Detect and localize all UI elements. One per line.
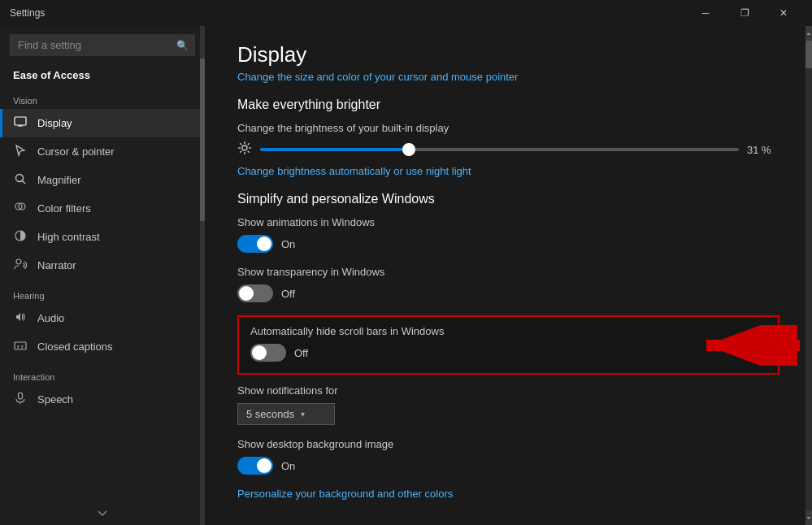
search-icon: 🔍 bbox=[176, 40, 189, 51]
sidebar-item-magnifier-label: Magnifier bbox=[37, 174, 80, 186]
search-input[interactable] bbox=[10, 34, 195, 56]
animations-setting: Show animations in Windows On bbox=[237, 216, 779, 253]
desktopbg-setting: Show desktop background image On bbox=[237, 438, 779, 475]
brightness-low-icon bbox=[237, 141, 252, 158]
speech-icon bbox=[13, 392, 28, 407]
transparency-toggle-row: Off bbox=[237, 284, 779, 302]
svg-line-16 bbox=[248, 151, 250, 153]
sidebar-item-colorfilters[interactable]: Color filters bbox=[0, 194, 205, 223]
cursor-icon bbox=[13, 144, 28, 159]
desktopbg-toggle-row: On bbox=[237, 457, 779, 475]
animations-toggle[interactable] bbox=[237, 235, 273, 253]
colorfilters-icon bbox=[13, 201, 28, 216]
sidebar-item-audio-label: Audio bbox=[37, 312, 64, 324]
scrollbars-toggle-thumb bbox=[252, 345, 267, 360]
transparency-toggle-thumb bbox=[239, 286, 254, 301]
brightness-slider[interactable] bbox=[260, 148, 739, 151]
highcontrast-icon bbox=[13, 229, 28, 245]
desktopbg-toggle-thumb bbox=[257, 458, 271, 473]
slider-fill bbox=[260, 148, 409, 151]
sidebar-item-narrator-label: Narrator bbox=[37, 259, 76, 271]
sidebar-item-speech-label: Speech bbox=[37, 393, 73, 406]
personalize-link[interactable]: Personalize your background and other co… bbox=[237, 488, 779, 500]
svg-line-18 bbox=[240, 151, 241, 153]
search-container: 🔍 bbox=[10, 34, 195, 56]
interaction-group-label: Interaction bbox=[0, 361, 205, 385]
svg-rect-7 bbox=[15, 342, 26, 349]
notifications-label: Show notifications for bbox=[237, 384, 779, 397]
hearing-group-label: Hearing bbox=[0, 280, 205, 304]
audio-icon bbox=[13, 310, 28, 326]
magnifier-icon bbox=[13, 172, 28, 188]
transparency-toggle[interactable] bbox=[237, 284, 273, 302]
close-button[interactable]: ✕ bbox=[765, 0, 802, 26]
scrollbars-toggle[interactable] bbox=[250, 344, 286, 362]
sidebar-item-closedcaptions[interactable]: Closed captions bbox=[0, 332, 205, 361]
ease-of-access-label: Ease of Access bbox=[0, 64, 205, 89]
sidebar-item-narrator[interactable]: Narrator bbox=[0, 251, 205, 280]
svg-line-17 bbox=[248, 143, 250, 145]
sidebar-item-cursor-label: Cursor & pointer bbox=[37, 145, 115, 158]
animations-toggle-row: On bbox=[237, 235, 779, 253]
scrollbars-toggle-row: Off bbox=[250, 344, 766, 362]
dropdown-value: 5 seconds bbox=[246, 408, 294, 420]
brightness-row-container: Change the brightness of your built-in d… bbox=[237, 122, 779, 177]
animations-label: Show animations in Windows bbox=[237, 216, 779, 228]
sidebar-item-colorfilters-label: Color filters bbox=[37, 202, 91, 215]
svg-rect-0 bbox=[15, 117, 26, 125]
top-link[interactable]: Change the size and color of your cursor… bbox=[237, 71, 779, 83]
scrollbar-up-arrow[interactable] bbox=[805, 26, 812, 41]
scrollbars-setting-container: Automatically hide scroll bars in Window… bbox=[237, 315, 779, 378]
sidebar: 🔍 Ease of Access Vision Display Cursor &… bbox=[0, 26, 205, 525]
svg-point-10 bbox=[242, 145, 247, 150]
animations-toggle-label: On bbox=[281, 238, 295, 250]
transparency-toggle-label: Off bbox=[281, 288, 295, 300]
brightness-slider-row: 31 % bbox=[237, 141, 779, 158]
svg-line-2 bbox=[23, 181, 26, 184]
notifications-setting: Show notifications for 5 seconds ▾ bbox=[237, 384, 779, 425]
display-icon bbox=[13, 115, 28, 131]
sidebar-item-highcontrast[interactable]: High contrast bbox=[0, 223, 205, 251]
title-bar: Settings ─ ❐ ✕ bbox=[0, 0, 812, 26]
scrollbars-toggle-label: Off bbox=[294, 347, 308, 359]
desktopbg-toggle-label: On bbox=[281, 460, 295, 472]
svg-line-15 bbox=[240, 143, 241, 145]
sidebar-item-highcontrast-label: High contrast bbox=[37, 231, 100, 243]
brightness-link[interactable]: Change brightness automatically or use n… bbox=[237, 165, 779, 177]
sidebar-item-closedcaptions-label: Closed captions bbox=[37, 341, 113, 353]
main-content: Display Change the size and color of you… bbox=[205, 26, 812, 525]
sidebar-item-display-label: Display bbox=[37, 117, 72, 129]
svg-rect-8 bbox=[19, 393, 23, 399]
scrollbars-setting-highlight: Automatically hide scroll bars in Window… bbox=[237, 315, 779, 375]
transparency-label: Show transparency in Windows bbox=[237, 266, 779, 278]
simplify-section-title: Simplify and personalize Windows bbox=[237, 192, 779, 206]
app-body: 🔍 Ease of Access Vision Display Cursor &… bbox=[0, 26, 812, 525]
brightness-label: Change the brightness of your built-in d… bbox=[237, 122, 779, 134]
svg-point-1 bbox=[16, 175, 24, 182]
narrator-icon bbox=[13, 258, 28, 273]
transparency-setting: Show transparency in Windows Off bbox=[237, 266, 779, 302]
sidebar-scroll-down[interactable] bbox=[0, 502, 205, 525]
main-scroll-area[interactable]: Display Change the size and color of you… bbox=[205, 26, 812, 525]
window-controls: ─ ❐ ✕ bbox=[687, 0, 802, 26]
page-title: Display bbox=[237, 42, 779, 67]
sidebar-item-audio[interactable]: Audio bbox=[0, 304, 205, 332]
desktopbg-toggle[interactable] bbox=[237, 457, 273, 475]
sidebar-item-cursor[interactable]: Cursor & pointer bbox=[0, 137, 205, 166]
minimize-button[interactable]: ─ bbox=[687, 0, 724, 26]
main-scrollbar[interactable] bbox=[805, 26, 812, 525]
brighter-section-title: Make everything brighter bbox=[237, 98, 779, 112]
brightness-value: 31 % bbox=[747, 144, 779, 156]
vision-group-label: Vision bbox=[0, 89, 205, 109]
scrollbar-down-arrow[interactable] bbox=[805, 510, 812, 525]
sidebar-item-display[interactable]: Display bbox=[0, 109, 205, 137]
restore-button[interactable]: ❐ bbox=[726, 0, 763, 26]
notifications-dropdown-row: 5 seconds ▾ bbox=[237, 403, 779, 425]
animations-toggle-thumb bbox=[257, 236, 271, 251]
sidebar-item-speech[interactable]: Speech bbox=[0, 385, 205, 414]
scrollbars-label: Automatically hide scroll bars in Window… bbox=[250, 325, 766, 337]
notifications-dropdown[interactable]: 5 seconds ▾ bbox=[237, 403, 335, 425]
sidebar-item-magnifier[interactable]: Magnifier bbox=[0, 166, 205, 194]
desktopbg-label: Show desktop background image bbox=[237, 438, 779, 450]
dropdown-chevron-icon: ▾ bbox=[301, 410, 305, 419]
